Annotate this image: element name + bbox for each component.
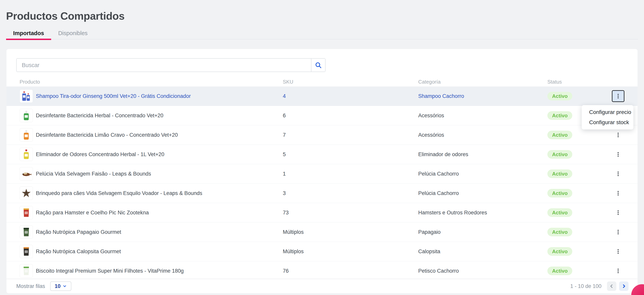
table-header: Producto SKU Categoría Status <box>6 79 638 87</box>
table-row[interactable]: Ração Nutrópica Calopsita Gourmet Múltip… <box>6 242 638 261</box>
column-header-categoria: Categoría <box>418 79 440 85</box>
table-row[interactable]: Pelúcia Vida Selvagem Faisão - Leaps & B… <box>6 164 638 184</box>
column-header-status: Status <box>548 79 562 85</box>
kebab-menu-button[interactable] <box>612 168 624 180</box>
table-row[interactable]: Biscoito Integral Premium Super Mini Fil… <box>6 261 638 280</box>
kebab-icon <box>615 93 621 99</box>
rows-per-page-select[interactable]: 10 <box>50 281 71 291</box>
product-thumbnail <box>20 186 33 200</box>
page-title: Productos Compartidos <box>6 10 125 22</box>
kebab-icon <box>615 190 621 196</box>
kebab-menu-button[interactable] <box>612 90 624 102</box>
chevron-down-icon <box>62 284 67 288</box>
pagination-controls: 1 - 10 de 100 <box>570 281 628 291</box>
product-thumbnail <box>20 109 33 122</box>
table-row[interactable]: Eliminador de Odores Concentrado Herbal … <box>6 145 638 164</box>
product-sku: 7 <box>283 125 286 145</box>
pagination-bar: Mostrar filas 10 1 - 10 de 100 <box>6 279 638 293</box>
product-thumbnail <box>20 89 33 103</box>
product-category: Pelúcia Cachorro <box>418 184 459 203</box>
product-thumbnail <box>20 264 33 277</box>
kebab-icon <box>615 132 621 138</box>
product-thumbnail <box>20 148 33 161</box>
table-body: Shampoo Tira-odor Ginseng 500ml Vet+20 -… <box>6 87 638 280</box>
product-status-cell: Activo <box>548 203 572 222</box>
product-category: Shampoo Cachorro <box>418 87 464 106</box>
search-button[interactable] <box>312 59 325 72</box>
kebab-menu-button[interactable] <box>612 245 624 257</box>
kebab-menu-button[interactable] <box>612 187 624 199</box>
table-row[interactable]: Shampoo Tira-odor Ginseng 500ml Vet+20 -… <box>6 87 638 106</box>
kebab-menu-button[interactable] <box>612 207 624 218</box>
product-status-cell: Activo <box>548 184 572 203</box>
search-icon <box>315 62 322 69</box>
pagination-range: 1 - 10 de 100 <box>570 283 602 289</box>
product-category: Acessórios <box>418 125 444 145</box>
product-category: Pelúcia Cachorro <box>418 164 459 183</box>
chevron-left-icon <box>609 283 614 289</box>
product-name-link[interactable]: Eliminador de Odores Concentrado Herbal … <box>36 145 164 164</box>
product-status-cell: Activo <box>548 222 572 242</box>
product-sku: 73 <box>283 203 289 222</box>
product-status-cell: Activo <box>548 106 572 125</box>
table-row[interactable]: Brinquedo para cães Vida Selvagem Esquil… <box>6 184 638 203</box>
column-header-producto: Producto <box>20 79 40 85</box>
search-input[interactable] <box>17 59 311 72</box>
product-name-link[interactable]: Biscoito Integral Premium Super Mini Fil… <box>36 261 184 280</box>
kebab-icon <box>615 210 621 216</box>
rows-per-page-value: 10 <box>55 283 60 289</box>
tab-disponibles[interactable]: Disponibles <box>51 27 95 39</box>
kebab-menu-button[interactable] <box>612 265 624 277</box>
product-name-link[interactable]: Desinfetante Bactericida Herbal - Concen… <box>36 106 164 125</box>
status-badge: Activo <box>548 150 572 159</box>
product-sku: Múltiplos <box>283 242 304 261</box>
row-context-menu: Configurar precio Configurar stock <box>582 105 634 129</box>
kebab-menu-button[interactable] <box>612 129 624 141</box>
product-status-cell: Activo <box>548 164 572 183</box>
product-thumbnail <box>20 206 33 219</box>
product-name-link[interactable]: Ração para Hamster e Coelho Pic Nic Zoot… <box>36 203 149 222</box>
product-thumbnail <box>20 245 33 258</box>
product-status-cell: Activo <box>548 145 572 164</box>
product-category: Calopsita <box>418 242 440 261</box>
table-row[interactable]: Desinfetante Bactericida Limão Cravo - C… <box>6 125 638 145</box>
product-name-link[interactable]: Brinquedo para cães Vida Selvagem Esquil… <box>36 184 202 203</box>
tabs-divider <box>6 39 638 40</box>
product-category: Acessórios <box>418 106 444 125</box>
status-badge: Activo <box>548 111 572 120</box>
chevron-right-icon <box>621 283 626 289</box>
product-name-link[interactable]: Pelúcia Vida Selvagem Faisão - Leaps & B… <box>36 164 151 183</box>
status-badge: Activo <box>548 189 572 197</box>
product-name-link[interactable]: Desinfetante Bactericida Limão Cravo - C… <box>36 125 178 145</box>
product-sku: 5 <box>283 145 286 164</box>
tabs: Importados Disponibles <box>6 27 95 39</box>
product-name-link[interactable]: Ração Nutrópica Calopsita Gourmet <box>36 242 121 261</box>
next-page-button[interactable] <box>619 281 628 291</box>
table-row[interactable]: Ração Nutrópica Papagaio Gourmet Múltipl… <box>6 222 638 242</box>
status-badge: Activo <box>548 208 572 217</box>
kebab-icon <box>615 171 621 177</box>
kebab-menu-button[interactable] <box>612 226 624 238</box>
menu-item-configurar-precio[interactable]: Configurar precio <box>582 107 634 117</box>
search-bar <box>16 58 326 72</box>
status-badge: Activo <box>548 92 572 100</box>
status-badge: Activo <box>548 247 572 256</box>
status-badge: Activo <box>548 266 572 275</box>
table-row[interactable]: Ração para Hamster e Coelho Pic Nic Zoot… <box>6 203 638 222</box>
tab-importados[interactable]: Importados <box>6 27 51 39</box>
product-sku: Múltiplos <box>283 222 304 242</box>
product-name-link[interactable]: Shampoo Tira-odor Ginseng 500ml Vet+20 -… <box>36 87 191 106</box>
kebab-menu-button[interactable] <box>612 148 624 160</box>
product-name-link[interactable]: Ração Nutrópica Papagaio Gourmet <box>36 222 121 242</box>
product-thumbnail <box>20 128 33 142</box>
product-sku: 1 <box>283 164 286 183</box>
menu-item-configurar-stock[interactable]: Configurar stock <box>582 117 634 128</box>
kebab-icon <box>615 248 621 254</box>
kebab-icon <box>615 151 621 157</box>
product-category: Hamsters e Outros Roedores <box>418 203 487 222</box>
status-badge: Activo <box>548 131 572 139</box>
product-status-cell: Activo <box>548 242 572 261</box>
product-status-cell: Activo <box>548 87 572 106</box>
previous-page-button[interactable] <box>607 281 616 291</box>
table-row[interactable]: Desinfetante Bactericida Herbal - Concen… <box>6 106 638 125</box>
